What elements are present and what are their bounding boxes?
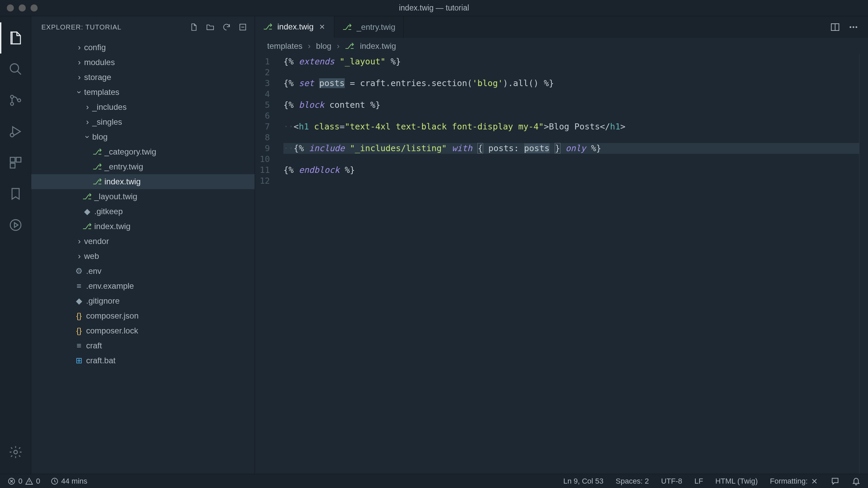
bookmark-icon[interactable] bbox=[0, 178, 31, 209]
breadcrumb[interactable]: templates › blog › ⎇ index.twig bbox=[255, 38, 868, 54]
svg-point-1 bbox=[11, 95, 14, 98]
file-craft-bat[interactable]: ⊞craft.bat bbox=[31, 353, 255, 368]
breadcrumb-item[interactable]: index.twig bbox=[360, 41, 396, 51]
status-time[interactable]: 44 mins bbox=[51, 477, 87, 486]
breadcrumb-item[interactable]: templates bbox=[267, 41, 302, 51]
minimize-window-icon[interactable] bbox=[19, 4, 26, 12]
tab-index-twig[interactable]: ⎇ index.twig bbox=[255, 16, 334, 38]
status-bar: 0 0 44 mins Ln 9, Col 53 Spaces: 2 UTF-8… bbox=[0, 474, 868, 488]
twig-file-icon: ⎇ bbox=[345, 41, 354, 51]
file-tree: ›config ›modules ›storage ›templates ›_i… bbox=[31, 38, 255, 474]
status-eol[interactable]: LF bbox=[694, 477, 703, 486]
file-index-twig-blog[interactable]: ⎇index.twig bbox=[31, 174, 255, 189]
file-gitkeep[interactable]: ◆.gitkeep bbox=[31, 204, 255, 219]
breadcrumb-item[interactable]: blog bbox=[316, 41, 331, 51]
chevron-right-icon: › bbox=[308, 41, 311, 51]
tab-label: _entry.twig bbox=[357, 22, 395, 32]
new-folder-icon[interactable] bbox=[206, 23, 215, 32]
status-position[interactable]: Ln 9, Col 53 bbox=[563, 477, 604, 486]
close-tab-icon[interactable] bbox=[318, 23, 326, 30]
svg-point-14 bbox=[855, 26, 857, 28]
folder-blog[interactable]: ›blog bbox=[31, 129, 255, 144]
activity-bar bbox=[0, 16, 31, 474]
file-gitignore[interactable]: ◆.gitignore bbox=[31, 293, 255, 308]
svg-rect-6 bbox=[16, 157, 21, 162]
code-editor[interactable]: 123 456 789 101112 {% extends "_layout" … bbox=[255, 54, 868, 474]
explorer-sidebar: EXPLORER: TUTORIAL ›config ›modules ›sto… bbox=[31, 16, 255, 474]
folder-includes[interactable]: ›_includes bbox=[31, 100, 255, 115]
folder-storage[interactable]: ›storage bbox=[31, 70, 255, 85]
minimap[interactable] bbox=[859, 54, 868, 474]
svg-point-4 bbox=[10, 133, 14, 137]
status-language[interactable]: HTML (Twig) bbox=[715, 477, 758, 486]
refresh-icon[interactable] bbox=[222, 23, 231, 32]
tab-entry-twig[interactable]: ⎇ _entry.twig bbox=[334, 16, 404, 38]
close-window-icon[interactable] bbox=[7, 4, 14, 12]
svg-point-8 bbox=[10, 220, 21, 230]
status-errors[interactable]: 0 0 bbox=[7, 477, 40, 486]
file-craft[interactable]: ≡craft bbox=[31, 338, 255, 353]
svg-point-0 bbox=[10, 64, 19, 72]
file-index-twig[interactable]: ⎇index.twig bbox=[31, 219, 255, 234]
status-spaces[interactable]: Spaces: 2 bbox=[616, 477, 649, 486]
debug-icon[interactable] bbox=[0, 116, 31, 147]
editor-tabs: ⎇ index.twig ⎇ _entry.twig bbox=[255, 16, 868, 38]
explorer-icon[interactable] bbox=[0, 22, 31, 54]
svg-point-9 bbox=[14, 450, 17, 454]
svg-point-12 bbox=[850, 26, 851, 28]
folder-config[interactable]: ›config bbox=[31, 40, 255, 55]
file-composer-lock[interactable]: {}composer.lock bbox=[31, 323, 255, 338]
more-actions-icon[interactable] bbox=[848, 22, 859, 32]
chevron-right-icon: › bbox=[337, 41, 339, 51]
status-encoding[interactable]: UTF-8 bbox=[661, 477, 682, 486]
line-numbers: 123 456 789 101112 bbox=[255, 54, 283, 474]
title-bar: index.twig — tutorial bbox=[0, 0, 868, 16]
extensions-icon[interactable] bbox=[0, 147, 31, 178]
file-env[interactable]: ⚙.env bbox=[31, 264, 255, 279]
svg-point-13 bbox=[853, 26, 854, 28]
live-share-icon[interactable] bbox=[0, 209, 31, 241]
svg-point-2 bbox=[11, 102, 14, 105]
svg-rect-7 bbox=[10, 163, 15, 168]
folder-modules[interactable]: ›modules bbox=[31, 55, 255, 70]
folder-web[interactable]: ›web bbox=[31, 249, 255, 264]
settings-icon[interactable] bbox=[0, 436, 31, 468]
twig-file-icon: ⎇ bbox=[342, 22, 352, 32]
twig-file-icon: ⎇ bbox=[263, 22, 273, 32]
bell-icon[interactable] bbox=[852, 477, 861, 486]
folder-templates[interactable]: ›templates bbox=[31, 85, 255, 100]
search-icon[interactable] bbox=[0, 54, 31, 85]
collapse-icon[interactable] bbox=[238, 23, 247, 32]
file-entry-twig[interactable]: ⎇_entry.twig bbox=[31, 159, 255, 174]
svg-point-3 bbox=[18, 99, 21, 102]
file-env-example[interactable]: ≡.env.example bbox=[31, 279, 255, 293]
file-category-twig[interactable]: ⎇_category.twig bbox=[31, 144, 255, 159]
source-control-icon[interactable] bbox=[0, 85, 31, 116]
feedback-icon[interactable] bbox=[831, 477, 840, 486]
file-composer-json[interactable]: {}composer.json bbox=[31, 308, 255, 323]
explorer-title: EXPLORER: TUTORIAL bbox=[41, 23, 121, 31]
folder-vendor[interactable]: ›vendor bbox=[31, 234, 255, 249]
window-title: index.twig — tutorial bbox=[399, 3, 469, 13]
svg-rect-5 bbox=[10, 157, 15, 162]
maximize-window-icon[interactable] bbox=[31, 4, 38, 12]
new-file-icon[interactable] bbox=[190, 23, 198, 32]
folder-singles[interactable]: ›_singles bbox=[31, 115, 255, 129]
file-layout-twig[interactable]: ⎇_layout.twig bbox=[31, 189, 255, 204]
split-editor-icon[interactable] bbox=[830, 22, 840, 32]
status-formatting[interactable]: Formatting: bbox=[770, 477, 818, 486]
tab-label: index.twig bbox=[277, 22, 314, 32]
